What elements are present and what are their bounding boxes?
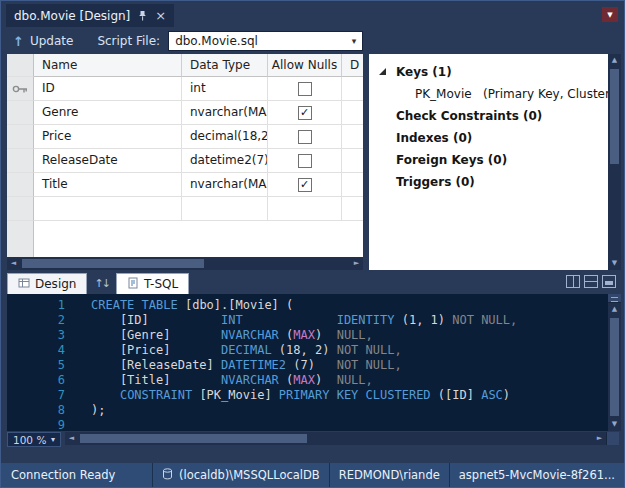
grid-horizontal-scrollbar[interactable]: ◄ ►: [7, 257, 363, 270]
line-number: 7: [7, 388, 65, 403]
tab-design[interactable]: Design: [7, 273, 87, 294]
default-cell[interactable]: [342, 173, 363, 197]
zoom-control[interactable]: 100 % ▾: [7, 432, 61, 447]
primary-key-icon[interactable]: [7, 77, 34, 101]
table-row[interactable]: IDint: [7, 77, 363, 101]
allow-nulls-cell[interactable]: [268, 149, 342, 173]
tree-item[interactable]: Triggers (0): [369, 171, 608, 193]
data-type-cell[interactable]: int: [182, 77, 268, 101]
default-cell[interactable]: [342, 149, 363, 173]
status-server[interactable]: (localdb)\MSSQLLocalDB: [152, 463, 329, 487]
table-row[interactable]: Pricedecimal(18,2): [7, 125, 363, 149]
allow-nulls-checkbox[interactable]: ✓: [298, 106, 312, 120]
column-name-cell[interactable]: Price: [34, 125, 182, 149]
row-selector[interactable]: [7, 101, 34, 125]
tree-item[interactable]: Check Constraints (0): [369, 105, 608, 127]
table-row[interactable]: ReleaseDatedatetime2(7): [7, 149, 363, 173]
default-cell[interactable]: [342, 125, 363, 149]
column-name-cell[interactable]: Title: [34, 173, 182, 197]
scrollbar-thumb[interactable]: [610, 69, 619, 164]
row-selector[interactable]: [7, 149, 34, 173]
code-line: 4 [Price] DECIMAL (18, 2) NOT NULL,: [7, 343, 608, 358]
column-header[interactable]: D: [342, 54, 363, 77]
scrollbar-thumb[interactable]: [610, 318, 619, 416]
chevron-down-icon: ▼: [607, 11, 612, 19]
allow-nulls-checkbox[interactable]: [298, 82, 312, 96]
grid-corner-cell[interactable]: [7, 54, 34, 77]
scroll-left-arrow-icon[interactable]: ◄: [65, 432, 78, 445]
allow-nulls-cell[interactable]: ✓: [268, 173, 342, 197]
data-type-cell[interactable]: [182, 197, 268, 221]
tree-item-label: Foreign Keys (0): [396, 153, 507, 167]
scrollbar-track[interactable]: [78, 432, 593, 445]
pin-icon[interactable]: [137, 10, 148, 22]
swap-panes-icon[interactable]: ↑↓: [89, 273, 113, 294]
scroll-down-arrow-icon[interactable]: ▼: [608, 257, 621, 270]
splitter-grip-icon[interactable]: [608, 294, 621, 303]
status-user[interactable]: REDMOND\riande: [329, 463, 449, 487]
tab-dbo-movie-design[interactable]: dbo.Movie [Design] ×: [6, 4, 174, 27]
scroll-down-arrow-icon[interactable]: ▼: [608, 418, 621, 431]
scrollbar-thumb[interactable]: [80, 434, 307, 443]
scroll-right-arrow-icon[interactable]: ►: [593, 432, 606, 445]
scroll-up-arrow-icon[interactable]: ▲: [608, 303, 621, 316]
column-header[interactable]: Data Type: [182, 54, 268, 77]
allow-nulls-cell[interactable]: [268, 125, 342, 149]
tree-item[interactable]: Keys (1): [369, 61, 608, 83]
table-row[interactable]: Titlenvarchar(MAX)✓: [7, 173, 363, 197]
table-row[interactable]: [7, 197, 363, 221]
table-row[interactable]: Genrenvarchar(MAX)✓: [7, 101, 363, 125]
scrollbar-thumb[interactable]: [22, 259, 204, 268]
column-header[interactable]: Name: [34, 54, 182, 77]
tree-item[interactable]: PK_Movie (Primary Key, Clustered: I: [369, 83, 608, 105]
split-vertical-icon[interactable]: [566, 275, 580, 288]
column-header[interactable]: Allow Nulls: [268, 54, 342, 77]
close-icon[interactable]: ×: [155, 10, 166, 22]
column-name-cell[interactable]: [34, 197, 182, 221]
row-selector[interactable]: [7, 173, 34, 197]
row-selector[interactable]: [7, 125, 34, 149]
allow-nulls-cell[interactable]: [268, 77, 342, 101]
default-cell[interactable]: [342, 101, 363, 125]
allow-nulls-checkbox[interactable]: [298, 130, 312, 144]
editor-horizontal-scrollbar[interactable]: ◄ ►: [65, 432, 619, 445]
tree-item[interactable]: Foreign Keys (0): [369, 149, 608, 171]
designer-bottom-tabbar: Design ↑↓ T-SQL: [1, 270, 624, 294]
code-line: 9: [7, 418, 608, 431]
default-cell[interactable]: [342, 77, 363, 101]
allow-nulls-checkbox[interactable]: [298, 154, 312, 168]
allow-nulls-cell[interactable]: ✓: [268, 101, 342, 125]
line-number: 3: [7, 328, 65, 343]
allow-nulls-cell[interactable]: [268, 197, 342, 221]
editor-vertical-scrollbar[interactable]: ▲ ▼: [608, 294, 621, 431]
scrollbar-track[interactable]: [20, 257, 350, 270]
status-database[interactable]: aspnet5-MvcMovie-8f261...: [449, 463, 624, 487]
scroll-left-arrow-icon[interactable]: ◄: [7, 257, 20, 270]
column-name-cell[interactable]: ID: [34, 77, 182, 101]
data-type-cell[interactable]: nvarchar(MAX): [182, 173, 268, 197]
chevron-down-icon[interactable]: ▾: [346, 36, 362, 46]
tsql-code-editor[interactable]: 1CREATE TABLE [dbo].[Movie] (2 [ID] INT …: [7, 294, 608, 431]
default-cell[interactable]: [342, 197, 363, 221]
tab-tsql[interactable]: T-SQL: [116, 273, 189, 294]
column-name-cell[interactable]: Genre: [34, 101, 182, 125]
update-button[interactable]: ↑ Update: [11, 32, 81, 51]
code-line: 6 [Title] NVARCHAR (MAX) NULL,: [7, 373, 608, 388]
data-type-cell[interactable]: datetime2(7): [182, 149, 268, 173]
data-type-cell[interactable]: nvarchar(MAX): [182, 101, 268, 125]
scroll-up-arrow-icon[interactable]: ▲: [608, 54, 621, 67]
expand-pane-icon[interactable]: [602, 275, 616, 288]
scroll-right-arrow-icon[interactable]: ►: [350, 257, 363, 270]
grid-header: NameData TypeAllow NullsD: [7, 54, 363, 77]
split-horizontal-icon[interactable]: [584, 275, 598, 288]
allow-nulls-checkbox[interactable]: ✓: [298, 178, 312, 192]
column-name-cell[interactable]: ReleaseDate: [34, 149, 182, 173]
expand-arrow-icon[interactable]: [379, 68, 386, 75]
code-lines: 1CREATE TABLE [dbo].[Movie] (2 [ID] INT …: [7, 298, 608, 431]
panel-vertical-scrollbar[interactable]: ▲ ▼: [608, 54, 621, 270]
data-type-cell[interactable]: decimal(18,2): [182, 125, 268, 149]
row-selector[interactable]: [7, 197, 34, 221]
tree-item[interactable]: Indexes (0): [369, 127, 608, 149]
script-file-combobox[interactable]: dbo.Movie.sql ▾: [168, 31, 363, 51]
tab-list-dropdown-button[interactable]: ▼: [602, 7, 618, 22]
